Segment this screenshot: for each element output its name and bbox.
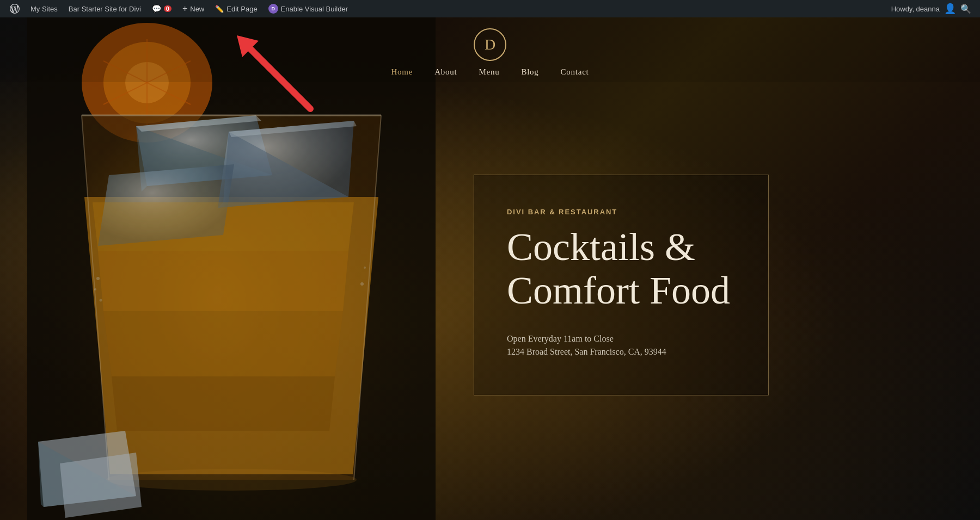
- cocktail-glass-illustration: [27, 17, 436, 520]
- nav-home[interactable]: Home: [391, 67, 413, 77]
- svg-point-21: [100, 299, 102, 302]
- wp-logo-item[interactable]: [4, 0, 25, 17]
- search-icon[interactable]: 🔍: [960, 4, 971, 14]
- nav-menu[interactable]: Menu: [479, 67, 499, 77]
- site-header: D Home About Menu Blog Contact: [0, 17, 980, 82]
- site-name-item[interactable]: Bar Starter Site for Divi: [63, 0, 146, 17]
- svg-point-19: [96, 277, 100, 280]
- hero-title-line1: Cocktails &: [507, 225, 695, 269]
- nav-about[interactable]: About: [434, 67, 457, 77]
- new-item[interactable]: + New: [177, 0, 210, 17]
- hero-address: 1234 Broad Street, San Francisco, CA, 93…: [507, 347, 730, 357]
- enable-vb-label: Enable Visual Builder: [281, 5, 348, 13]
- hero-title-line2: Comfort Food: [507, 269, 730, 312]
- wordpress-icon: [10, 4, 20, 14]
- edit-page-label: Edit Page: [226, 5, 257, 13]
- site-name-label: Bar Starter Site for Divi: [69, 5, 141, 13]
- hero-eyebrow: DIVI BAR & RESTAURANT: [507, 208, 730, 216]
- svg-point-20: [94, 288, 96, 290]
- site-nav: Home About Menu Blog Contact: [391, 67, 589, 77]
- page-wrapper: D Home About Menu Blog Contact DIVI BAR …: [0, 17, 980, 520]
- svg-point-15: [106, 469, 357, 491]
- hero-title: Cocktails & Comfort Food: [507, 226, 730, 312]
- svg-marker-18: [60, 453, 142, 518]
- nav-blog[interactable]: Blog: [521, 67, 538, 77]
- nav-contact[interactable]: Contact: [561, 67, 589, 77]
- enable-visual-builder-item[interactable]: D Enable Visual Builder: [263, 0, 353, 17]
- svg-point-23: [360, 282, 364, 286]
- comment-icon: 💬: [152, 4, 161, 13]
- edit-icon: ✏️: [215, 5, 224, 13]
- avatar-icon: 👤: [944, 3, 956, 15]
- admin-bar: My Sites Bar Starter Site for Divi 💬 0 +…: [0, 0, 980, 17]
- hero-box: DIVI BAR & RESTAURANT Cocktails & Comfor…: [474, 175, 769, 395]
- divi-icon: D: [268, 4, 278, 14]
- site-logo[interactable]: D: [474, 28, 506, 61]
- site-logo-letter: D: [485, 36, 495, 53]
- admin-bar-right: Howdy, deanna 👤 🔍: [891, 3, 976, 15]
- my-sites-item[interactable]: My Sites: [25, 0, 63, 17]
- hero-hours: Open Everyday 11am to Close: [507, 334, 730, 344]
- my-sites-label: My Sites: [30, 5, 58, 13]
- admin-bar-left: My Sites Bar Starter Site for Divi 💬 0 +…: [4, 0, 353, 17]
- comments-item[interactable]: 💬 0: [146, 0, 177, 17]
- hero-content-area: DIVI BAR & RESTAURANT Cocktails & Comfor…: [441, 17, 980, 520]
- new-label: New: [190, 5, 204, 13]
- svg-point-22: [364, 267, 366, 269]
- edit-page-item[interactable]: ✏️ Edit Page: [210, 0, 262, 17]
- howdy-text: Howdy, deanna: [891, 5, 940, 13]
- comments-count: 0: [164, 5, 171, 12]
- plus-icon: +: [182, 4, 187, 14]
- header-inner: D Home About Menu Blog Contact: [0, 28, 980, 77]
- hero-section: D Home About Menu Blog Contact DIVI BAR …: [0, 17, 980, 520]
